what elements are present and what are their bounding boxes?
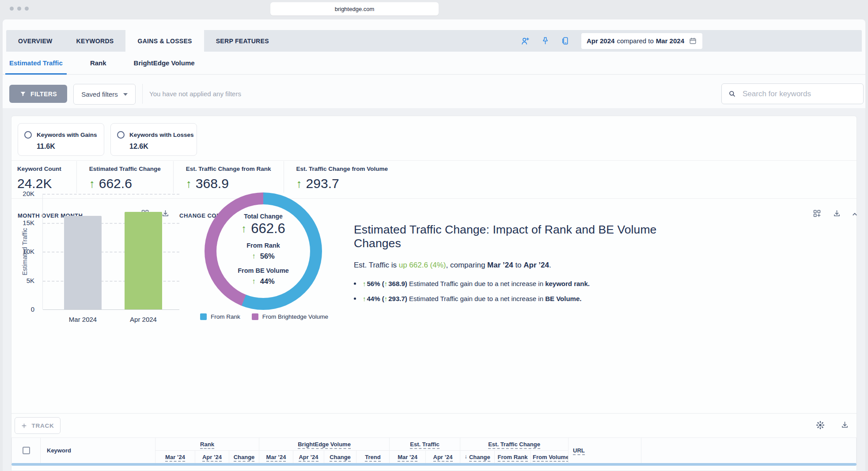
tab-serp-features[interactable]: SERP FEATURES [204, 30, 281, 52]
nav-actions: Apr 2024compared toMar 2024 [520, 30, 702, 52]
up-arrow-icon: ↑ [252, 252, 256, 260]
bar-apr-2024[interactable] [125, 212, 162, 309]
col-rank-mar[interactable]: Mar ’24 [155, 451, 195, 463]
gridline [43, 194, 179, 195]
donut-volume-value: ↑ 44% [205, 277, 322, 286]
col-keyword: Keyword [41, 438, 155, 463]
divider [11, 160, 857, 161]
sort-desc-icon: ↓ [464, 453, 467, 460]
bar-chart-plot: Mar 2024Apr 2024 [42, 194, 169, 309]
stat-keyword-count: Keyword Count 24.2K [17, 161, 76, 193]
radio-gains[interactable] [24, 131, 32, 139]
stats-row: Keyword Count 24.2K Estimated Traffic Ch… [17, 161, 400, 193]
col-bev-mar[interactable]: Mar ’24 [259, 451, 293, 463]
page: brightedge.com OVERVIEW KEYWORDS GAINS &… [0, 0, 868, 471]
collapse-chevron-up-icon[interactable] [850, 210, 859, 219]
plus-icon [21, 422, 27, 429]
up-arrow-icon: ↑ [186, 178, 192, 189]
url-text: brightedge.com [335, 6, 375, 12]
group-est-traffic-change[interactable]: Est. Traffic Change [460, 438, 569, 451]
date-range-selector[interactable]: Apr 2024compared toMar 2024 [581, 33, 702, 49]
col-bev-change[interactable]: Change [324, 451, 356, 463]
table-filler [641, 438, 857, 463]
month-over-month-chart: Estimated Traffic 05K10K15K20K Mar 2024A… [11, 194, 184, 331]
subtab-estimated-traffic[interactable]: Estimated Traffic [5, 52, 67, 74]
saved-filters-dropdown[interactable]: Saved filters [73, 84, 136, 105]
search-icon [728, 90, 736, 98]
up-arrow-icon: ↑ [252, 278, 256, 285]
bar-chart-yticks: 05K10K15K20K [11, 194, 39, 309]
gridline [43, 309, 179, 310]
col-rank-apr[interactable]: Apr ’24 [195, 451, 229, 463]
col-etc-change[interactable]: ↓Change [460, 451, 495, 463]
main-panel: Keywords with Gains 11.6K Keywords with … [11, 116, 857, 471]
up-arrow-icon: ↑ [384, 280, 388, 287]
insight-panel: Estimated Traffic Change: Impact of Rank… [354, 223, 696, 310]
subtab-rank[interactable]: Rank [86, 52, 110, 74]
app: OVERVIEW KEYWORDS GAINS & LOSSES SERP FE… [3, 19, 865, 471]
col-url[interactable]: URL [569, 438, 641, 463]
stat-change-from-volume: Est. Traffic Change from Volume ↑293.7 [284, 161, 401, 193]
legend-swatch [252, 313, 258, 320]
keyword-search [721, 83, 864, 104]
up-arrow-icon: ↑ [384, 295, 388, 302]
up-arrow-icon: ↑ [89, 178, 95, 189]
change-contribution-donut[interactable]: Total Change ↑ 662.6 From Rank ↑ 56% Fro… [205, 192, 322, 310]
col-est-traffic-apr[interactable]: Apr ’24 [426, 451, 460, 463]
mobile-icon[interactable] [561, 36, 570, 45]
filters-button[interactable]: FILTERS [9, 85, 67, 103]
green-highlight: up 662.6 (4%) [399, 261, 446, 269]
donut-rank-label: From Rank [205, 242, 322, 249]
chevron-down-icon [123, 93, 128, 96]
stat-estimated-traffic-change: Estimated Traffic Change ↑662.6 [76, 161, 173, 193]
col-est-traffic-mar[interactable]: Mar ’24 [390, 451, 426, 463]
up-arrow-icon: ↑ [363, 295, 366, 302]
tab-gains-losses[interactable]: GAINS & LOSSES [125, 30, 204, 52]
subtab-brightedge-volume[interactable]: BrightEdge Volume [130, 52, 199, 74]
card-keywords-with-losses[interactable]: Keywords with Losses 12.6K [110, 123, 197, 156]
y-axis-tick: 10K [11, 248, 34, 255]
legend-label: From Brightedge Volume [262, 313, 328, 320]
filter-status-text: You have not applied any filters [149, 84, 241, 104]
share-user-icon[interactable] [520, 36, 530, 46]
card-keywords-with-gains[interactable]: Keywords with Gains 11.6K [18, 123, 104, 156]
filter-funnel-icon [19, 90, 27, 98]
col-etc-from-rank[interactable]: From Rank [495, 451, 531, 463]
pin-icon[interactable] [541, 36, 550, 45]
legend-item[interactable]: From Brightedge Volume [252, 313, 328, 320]
table-settings-gear-icon[interactable] [815, 420, 825, 430]
window-controls[interactable] [10, 7, 29, 11]
horizontal-scrollbar[interactable] [11, 463, 857, 466]
address-bar[interactable]: brightedge.com [270, 2, 439, 15]
group-brightedge-volume[interactable]: BrightEdge Volume [259, 438, 390, 451]
stat-change-from-rank: Est. Traffic Change from Rank ↑368.9 [173, 161, 284, 193]
keywords-table: Keyword Rank BrightEdge Volume Est. Traf… [11, 437, 857, 463]
search-input[interactable] [742, 89, 857, 99]
select-all-checkbox[interactable] [23, 447, 30, 454]
tab-overview[interactable]: OVERVIEW [6, 30, 64, 52]
donut-total-label: Total Change [205, 213, 322, 220]
insight-bullet-rank: ↑56% (↑368.9) Estimated Traffic gain due… [354, 280, 696, 287]
track-button[interactable]: TRACK [15, 417, 61, 434]
bar-mar-2024[interactable] [64, 216, 102, 309]
group-rank[interactable]: Rank [155, 438, 259, 451]
legend-item[interactable]: From Rank [200, 313, 240, 320]
tab-keywords[interactable]: KEYWORDS [64, 30, 126, 52]
download-icon[interactable] [832, 209, 841, 218]
x-axis-label: Mar 2024 [64, 316, 102, 323]
add-to-dashboard-icon[interactable] [812, 209, 822, 218]
bullet-dot [354, 298, 356, 300]
y-axis-tick: 15K [11, 219, 34, 226]
donut-total-value: ↑ 662.6 [205, 221, 322, 237]
track-toolbar: TRACK [11, 413, 857, 438]
bullet-dot [354, 283, 356, 285]
radio-losses[interactable] [117, 131, 125, 139]
download-icon[interactable] [840, 420, 849, 430]
col-rank-change[interactable]: Change [229, 451, 259, 463]
col-bev-trend[interactable]: Trend [356, 451, 390, 463]
col-bev-apr[interactable]: Apr ’24 [293, 451, 324, 463]
browser-chrome: brightedge.com [0, 0, 868, 19]
col-etc-from-volume[interactable]: From Volume [531, 451, 569, 463]
group-est-traffic[interactable]: Est. Traffic [390, 438, 460, 451]
insight-title: Estimated Traffic Change: Impact of Rank… [354, 223, 696, 250]
